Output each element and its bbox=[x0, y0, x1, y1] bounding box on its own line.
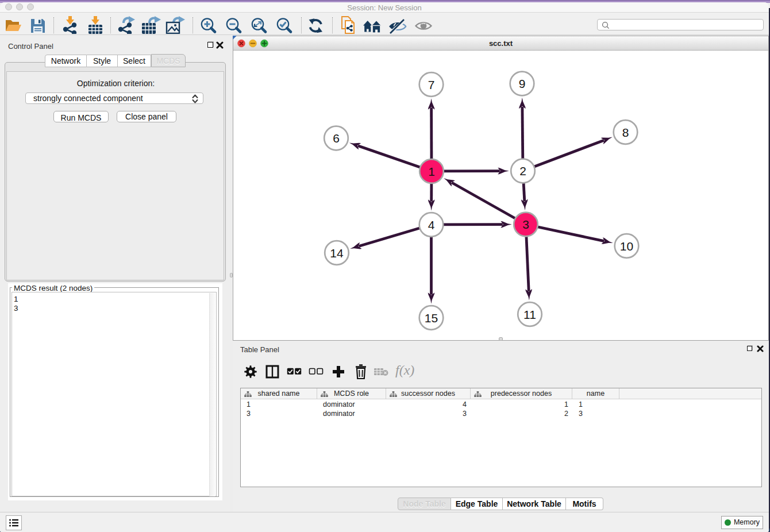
svg-text:2: 2 bbox=[519, 164, 526, 178]
svg-text:4: 4 bbox=[428, 218, 435, 232]
svg-text:9: 9 bbox=[519, 77, 526, 90]
svg-text:6: 6 bbox=[333, 132, 340, 145]
svg-text:14: 14 bbox=[330, 246, 344, 260]
svg-text:7: 7 bbox=[428, 78, 435, 91]
svg-text:15: 15 bbox=[425, 311, 438, 325]
svg-text:8: 8 bbox=[622, 126, 629, 139]
svg-text:10: 10 bbox=[620, 240, 633, 253]
svg-text:3: 3 bbox=[522, 218, 529, 231]
svg-text:1: 1 bbox=[428, 165, 435, 178]
svg-text:11: 11 bbox=[523, 308, 536, 321]
